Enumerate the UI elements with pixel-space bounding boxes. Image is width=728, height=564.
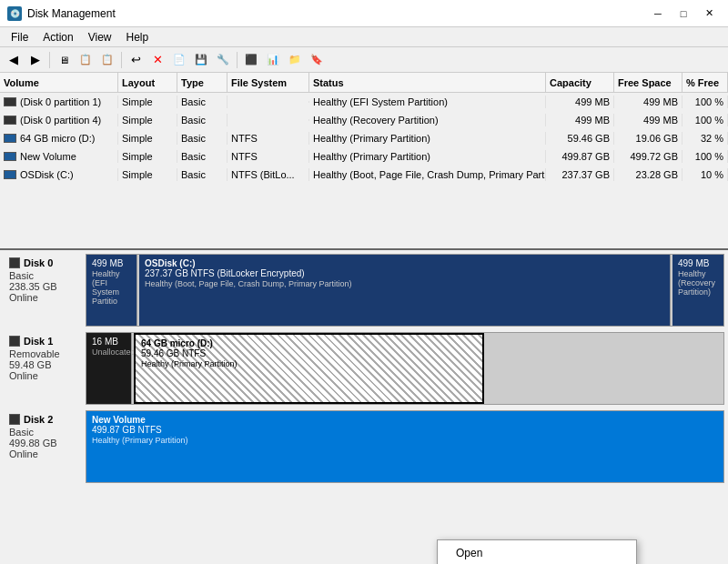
td-status-3: Healthy (Primary Partition)	[309, 132, 546, 145]
disk-0-efi-size: 499 MB	[92, 258, 131, 268]
vol-icon-5	[4, 170, 16, 179]
toolbar-sep-3	[237, 52, 238, 68]
maximize-button[interactable]: □	[672, 5, 695, 23]
disk-0-recovery-sub: Healthy (Recovery Partition)	[678, 269, 718, 297]
toolbar-btn-5[interactable]: 📋	[97, 50, 117, 70]
td-pct-4: 100 %	[682, 150, 728, 163]
vol-icon-3	[4, 134, 16, 143]
disk-1-label: Disk 1 Removable 59.48 GB Online	[4, 332, 86, 405]
disk-0-recovery-size: 499 MB	[678, 258, 718, 268]
toolbar-btn-11[interactable]: ⬛	[241, 50, 261, 70]
minimize-button[interactable]: ─	[646, 5, 670, 23]
toolbar-sep-2	[121, 52, 122, 68]
app-icon: 💿	[7, 6, 22, 21]
td-free-1: 499 MB	[614, 96, 682, 108]
disk-1-main-name: 64 GB micro (D:)	[141, 338, 477, 348]
th-capacity: Capacity	[546, 73, 614, 92]
table-row[interactable]: OSDisk (C:) Simple Basic NTFS (BitLo... …	[0, 166, 728, 184]
th-fs: File System	[228, 73, 309, 92]
vol-icon-4	[4, 152, 16, 161]
undo-button[interactable]: ↩	[126, 50, 146, 70]
td-fs-5: NTFS (BitLo...	[228, 168, 309, 181]
toolbar-btn-10[interactable]: 🔧	[213, 50, 233, 70]
td-pct-2: 100 %	[682, 114, 728, 126]
table-body: (Disk 0 partition 1) Simple Basic Health…	[0, 93, 728, 247]
table-row[interactable]: New Volume Simple Basic NTFS Healthy (Pr…	[0, 147, 728, 166]
th-status: Status	[309, 73, 546, 92]
menu-action[interactable]: Action	[35, 29, 80, 45]
td-fs-4: NTFS	[228, 150, 309, 163]
toolbar-btn-12[interactable]: 📊	[263, 50, 283, 70]
ctx-open[interactable]: Open	[438, 543, 636, 563]
disk-section: Disk 0 Basic 238.35 GB Online 499 MB Hea…	[0, 250, 728, 492]
disk-2-partitions: New Volume 499.87 GB NTFS Healthy (Prima…	[86, 410, 724, 483]
td-fs-1	[228, 101, 309, 103]
disk-1-sub1: Removable	[9, 348, 80, 359]
td-type-1: Basic	[177, 96, 228, 108]
toolbar-btn-14[interactable]: 🔖	[307, 50, 327, 70]
toolbar-btn-8[interactable]: 📄	[169, 50, 189, 70]
title-bar-controls: ─ □ ✕	[646, 5, 721, 23]
td-volume-4: New Volume	[0, 150, 118, 163]
menu-bar: File Action View Help	[0, 27, 728, 47]
delete-button[interactable]: ✕	[147, 50, 167, 70]
toolbar-btn-13[interactable]: 📁	[285, 50, 305, 70]
disk-2-sub1: Basic	[9, 427, 80, 438]
menu-view[interactable]: View	[81, 29, 119, 45]
td-fs-3: NTFS	[228, 132, 309, 145]
disk-2-main-partition[interactable]: New Volume 499.87 GB NTFS Healthy (Prima…	[86, 411, 723, 482]
td-free-4: 499.72 GB	[614, 150, 682, 163]
disk-0-icon	[9, 257, 20, 268]
toolbar-btn-3[interactable]: 🖥	[54, 50, 74, 70]
disk-0-partitions: 499 MB Healthy (EFI System Partitio OSDi…	[86, 254, 724, 327]
disk-0-osdisk-name: OSDisk (C:)	[145, 258, 664, 268]
td-free-3: 19.06 GB	[614, 132, 682, 145]
th-free: Free Space	[614, 73, 682, 92]
th-volume: Volume	[0, 73, 118, 92]
title-bar: 💿 Disk Management ─ □ ✕	[0, 0, 728, 27]
toolbar-btn-4[interactable]: 📋	[76, 50, 96, 70]
td-pct-5: 10 %	[682, 168, 728, 181]
td-capacity-1: 499 MB	[546, 96, 614, 108]
disk-1-main-partition[interactable]: 64 GB micro (D:) 59.46 GB NTFS Healthy (…	[134, 333, 484, 404]
disk-1-name: Disk 1	[24, 336, 53, 347]
disk-1-sub2: 59.48 GB	[9, 359, 80, 370]
table-row[interactable]: (Disk 0 partition 1) Simple Basic Health…	[0, 93, 728, 111]
disk-1-main-size: 59.46 GB NTFS	[141, 348, 477, 358]
td-capacity-2: 499 MB	[546, 114, 614, 126]
disk-1-row: Disk 1 Removable 59.48 GB Online 16 MB U…	[4, 332, 724, 405]
td-pct-3: 32 %	[682, 132, 728, 145]
td-layout-1: Simple	[118, 96, 177, 108]
td-free-5: 23.28 GB	[614, 168, 682, 181]
disk-2-main-sub: Healthy (Primary Partition)	[92, 436, 718, 445]
menu-help[interactable]: Help	[119, 29, 157, 45]
td-free-2: 499 MB	[614, 114, 682, 126]
td-capacity-3: 59.46 GB	[546, 132, 614, 145]
disk-0-osdisk-partition[interactable]: OSDisk (C:) 237.37 GB NTFS (BitLocker En…	[139, 255, 671, 326]
table-row[interactable]: 64 GB micro (D:) Simple Basic NTFS Healt…	[0, 129, 728, 147]
disk-0-efi-partition[interactable]: 499 MB Healthy (EFI System Partitio	[86, 255, 137, 326]
disk-1-main-sub: Healthy (Primary Partition)	[141, 359, 477, 368]
disk-0-sub2: 238.35 GB	[9, 281, 80, 292]
window-title: Disk Management	[27, 7, 116, 20]
td-layout-2: Simple	[118, 114, 177, 126]
toolbar-btn-9[interactable]: 💾	[191, 50, 211, 70]
menu-file[interactable]: File	[4, 29, 35, 45]
td-type-3: Basic	[177, 132, 228, 145]
toolbar: ◀ ▶ 🖥 📋 📋 ↩ ✕ 📄 💾 🔧 ⬛ 📊 📁 🔖	[0, 47, 728, 73]
close-button[interactable]: ✕	[697, 5, 721, 23]
td-status-1: Healthy (EFI System Partition)	[309, 96, 546, 108]
td-layout-3: Simple	[118, 132, 177, 145]
table-row[interactable]: (Disk 0 partition 4) Simple Basic Health…	[0, 111, 728, 129]
disk-1-unalloc-partition[interactable]: 16 MB Unallocated	[86, 333, 132, 404]
table-header: Volume Layout Type File System Status Ca…	[0, 73, 728, 93]
disk-2-sub3: Online	[9, 448, 80, 459]
forward-button[interactable]: ▶	[25, 50, 46, 70]
back-button[interactable]: ◀	[4, 50, 24, 70]
vol-icon-2	[4, 116, 16, 125]
disk-2-row: Disk 2 Basic 499.88 GB Online New Volume…	[4, 410, 724, 483]
disk-0-row: Disk 0 Basic 238.35 GB Online 499 MB Hea…	[4, 254, 724, 327]
disk-1-icon	[9, 336, 20, 347]
th-pct: % Free	[682, 73, 728, 92]
disk-0-recovery-partition[interactable]: 499 MB Healthy (Recovery Partition)	[672, 255, 723, 326]
